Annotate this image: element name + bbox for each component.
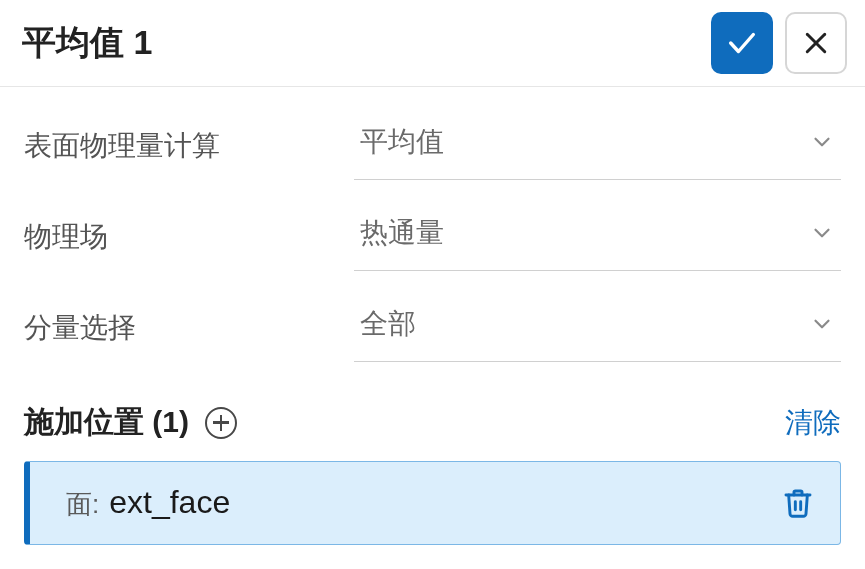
- average-settings-panel: 平均值 1 表面物理量计算 平均值 物理场 热通量: [0, 0, 865, 569]
- location-item[interactable]: 面: ext_face: [24, 461, 841, 545]
- field-surface-calc: 表面物理量计算 平均值: [24, 111, 841, 180]
- location-prefix: 面:: [66, 487, 99, 522]
- location-item-label: 面: ext_face: [66, 484, 230, 522]
- panel-title: 平均值 1: [22, 20, 152, 66]
- field-label: 物理场: [24, 218, 354, 256]
- delete-location-button[interactable]: [782, 487, 814, 519]
- field-component: 分量选择 全部: [24, 293, 841, 362]
- surface-calc-select[interactable]: 平均值: [354, 111, 841, 180]
- cancel-button[interactable]: [785, 12, 847, 74]
- locations-title: 施加位置 (1): [24, 402, 189, 443]
- add-location-button[interactable]: [205, 407, 237, 439]
- close-icon: [801, 28, 831, 58]
- locations-header-left: 施加位置 (1): [24, 402, 237, 443]
- field-value: 平均值: [360, 123, 444, 161]
- field-label: 表面物理量计算: [24, 127, 354, 165]
- panel-header: 平均值 1: [0, 0, 865, 87]
- locations-header: 施加位置 (1) 清除: [24, 402, 841, 443]
- component-select[interactable]: 全部: [354, 293, 841, 362]
- field-value: 热通量: [360, 214, 444, 252]
- panel-body: 表面物理量计算 平均值 物理场 热通量 分量选择 全部: [0, 87, 865, 545]
- chevron-down-icon: [809, 220, 835, 246]
- trash-icon: [782, 487, 814, 519]
- clear-locations-link[interactable]: 清除: [785, 404, 841, 442]
- chevron-down-icon: [809, 129, 835, 155]
- location-name: ext_face: [109, 484, 230, 521]
- field-value: 全部: [360, 305, 416, 343]
- field-physics: 物理场 热通量: [24, 202, 841, 271]
- field-label: 分量选择: [24, 309, 354, 347]
- confirm-button[interactable]: [711, 12, 773, 74]
- header-actions: [711, 12, 847, 74]
- physics-select[interactable]: 热通量: [354, 202, 841, 271]
- chevron-down-icon: [809, 311, 835, 337]
- check-icon: [725, 26, 759, 60]
